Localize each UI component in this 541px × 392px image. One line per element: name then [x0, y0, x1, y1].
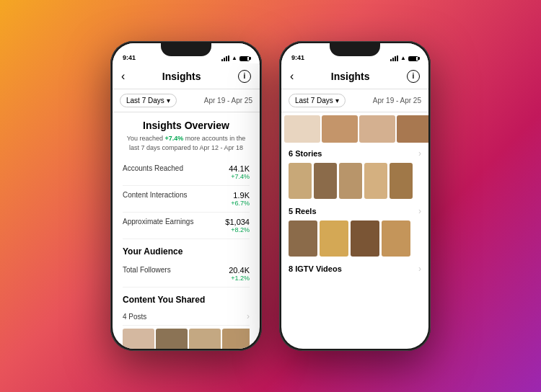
post-thumb-2 [156, 329, 188, 349]
notch [161, 43, 211, 56]
top-thumb-4 [397, 115, 428, 143]
nav-title-left: Insights [162, 71, 201, 82]
story-thumb-1 [289, 163, 312, 199]
battery-icon-right [408, 56, 418, 61]
left-phone: 9:41 ▲ ‹ Insights i [110, 41, 262, 351]
igtv-arrow-icon: › [418, 264, 421, 274]
posts-label: 4 Posts [123, 313, 146, 321]
right-phone: 9:41 ▲ ‹ Insights i [279, 41, 431, 351]
reel-thumb-4 [382, 220, 410, 257]
signal-icon [221, 55, 229, 61]
overview-title: Insights Overview [123, 120, 250, 131]
audience-section-title: Your Audience [123, 246, 250, 257]
content-section-title: Content You Shared [123, 295, 250, 305]
filter-bar-right: Last 7 Days ▾ Apr 19 - Apr 25 [281, 89, 428, 112]
filter-button-right[interactable]: Last 7 Days ▾ [289, 94, 346, 107]
stories-thumbs [289, 163, 421, 199]
reels-arrow-icon: › [418, 206, 421, 216]
reel-thumb-2 [320, 220, 348, 257]
top-thumb-3 [359, 115, 395, 143]
highlight-value: +7.4% [164, 135, 183, 142]
stories-category: 6 Stories › [289, 148, 421, 199]
nav-bar-left: ‹ Insights i [113, 63, 260, 89]
igtv-title: 8 IGTV Videos [289, 264, 342, 273]
reels-thumbs [289, 220, 421, 257]
wifi-icon: ▲ [232, 55, 237, 61]
info-button-left[interactable]: i [238, 70, 251, 83]
right-phone-frame: 9:41 ▲ ‹ Insights i [279, 41, 431, 351]
date-range-left: Apr 19 - Apr 25 [204, 97, 252, 104]
metric-content-interactions: Content Interactions 1.9K +6.7% [123, 186, 250, 213]
top-thumb-strip [281, 112, 428, 144]
signal-icon-right [390, 55, 398, 61]
nav-title-right: Insights [331, 71, 370, 82]
date-range-right: Apr 19 - Apr 25 [373, 97, 421, 104]
filter-bar-left: Last 7 Days ▾ Apr 19 - Apr 25 [113, 89, 260, 112]
reels-title: 5 Reels [289, 207, 317, 215]
metric-change-earnings: +8.2% [225, 226, 250, 233]
insights-overview: Insights Overview You reached +7.4% more… [113, 112, 260, 349]
metric-value-followers: 20.4K [229, 266, 250, 275]
metric-value-accounts: 44.1K [229, 164, 250, 173]
status-icons-left: ▲ [221, 55, 250, 61]
post-thumb-1 [123, 329, 154, 349]
story-thumb-4 [364, 163, 387, 199]
posts-arrow-icon: › [247, 311, 250, 321]
metric-earnings: Approximate Earnings $1,034 +8.2% [123, 213, 250, 239]
filter-button-left[interactable]: Last 7 Days ▾ [120, 94, 177, 107]
left-screen-content: Insights Overview You reached +7.4% more… [113, 112, 260, 349]
metric-value-interactions: 1.9K [231, 191, 250, 200]
story-thumb-3 [339, 163, 362, 199]
status-icons-right: ▲ [390, 55, 418, 61]
metric-change-interactions: +6.7% [231, 200, 250, 207]
stories-title: 6 Stories [289, 149, 322, 158]
left-phone-screen: 9:41 ▲ ‹ Insights i [113, 43, 260, 349]
chevron-down-icon: ▾ [167, 97, 170, 104]
time-left: 9:41 [123, 54, 136, 61]
left-phone-frame: 9:41 ▲ ‹ Insights i [110, 41, 262, 351]
metric-accounts-reached: Accounts Reached 44.1K +7.4% [123, 159, 250, 186]
metric-followers: Total Followers 20.4K +1.2% [123, 261, 250, 288]
igtv-category: 8 IGTV Videos › [289, 264, 421, 274]
back-button-right[interactable]: ‹ [290, 70, 294, 83]
time-right: 9:41 [291, 54, 304, 61]
wifi-icon-right: ▲ [400, 55, 406, 61]
metric-value-earnings: $1,034 [225, 218, 250, 226]
overview-subtitle: You reached +7.4% more accounts in the l… [123, 134, 250, 152]
reel-thumb-1 [289, 220, 317, 257]
right-categories: 6 Stories › [281, 144, 428, 285]
chevron-down-icon-right: ▾ [335, 97, 339, 104]
notch-right [330, 43, 380, 56]
battery-icon [239, 56, 250, 61]
reels-header[interactable]: 5 Reels › [289, 206, 421, 216]
reel-thumb-3 [351, 220, 379, 257]
igtv-header[interactable]: 8 IGTV Videos › [289, 264, 421, 274]
right-phone-screen: 9:41 ▲ ‹ Insights i [281, 43, 428, 349]
right-screen-content: 6 Stories › [281, 144, 428, 349]
metric-change-followers: +1.2% [229, 275, 250, 282]
stories-arrow-icon: › [418, 148, 421, 159]
reels-category: 5 Reels › [289, 206, 421, 257]
nav-bar-right: ‹ Insights i [281, 63, 428, 89]
story-thumb-5 [390, 163, 413, 199]
posts-row[interactable]: 4 Posts › [123, 308, 250, 326]
story-thumb-2 [314, 163, 337, 199]
post-thumbnails [123, 329, 250, 349]
info-button-right[interactable]: i [407, 70, 420, 83]
post-thumb-3 [189, 329, 221, 349]
top-thumb-1 [284, 115, 320, 143]
top-thumb-2 [322, 115, 358, 143]
post-thumb-4 [222, 329, 250, 349]
stories-header[interactable]: 6 Stories › [289, 148, 421, 159]
back-button-left[interactable]: ‹ [121, 70, 125, 83]
metric-change-accounts: +7.4% [229, 173, 250, 180]
